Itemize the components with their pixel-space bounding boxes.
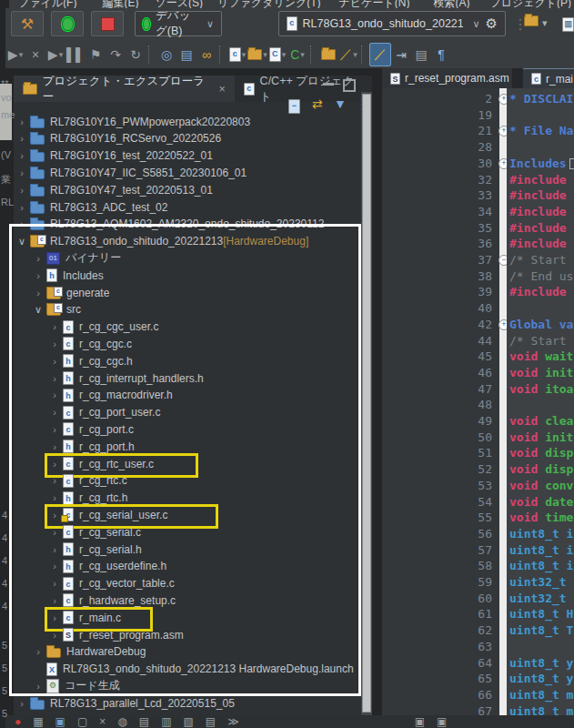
collapse-all-icon[interactable]: − <box>288 96 300 114</box>
minimized-view-icon[interactable]: ▥ <box>161 715 171 728</box>
new-class-icon[interactable]: C▾ <box>287 44 307 66</box>
tree-item[interactable]: ›cr_cg_vector_table.c <box>14 575 361 592</box>
minimized-view-icon[interactable]: ▤ <box>206 715 216 728</box>
minimized-view-icon[interactable]: ▤ <box>139 715 149 728</box>
launch-mode-dropdown[interactable]: デバッグ(B) ∨ <box>135 11 222 36</box>
tree-item[interactable]: ›cr_main.c <box>14 609 361 626</box>
collapsed-arrow-icon[interactable]: › <box>50 441 59 452</box>
collapsed-arrow-icon[interactable]: › <box>50 612 59 623</box>
tree-item[interactable]: ›hIncludes <box>14 267 361 284</box>
tab-r-main[interactable]: c r_mai <box>523 68 574 88</box>
collapsed-arrow-icon[interactable]: › <box>17 150 26 161</box>
collapsed-arrow-icon[interactable]: › <box>17 116 26 127</box>
terminate-relaunch-icon[interactable]: × <box>25 44 45 66</box>
link-with-editor-icon[interactable]: ⇄ <box>312 96 323 111</box>
collapsed-arrow-icon[interactable]: › <box>50 595 59 606</box>
build-button[interactable]: ⚒ <box>11 11 44 36</box>
minimized-view-icon[interactable]: ▧ <box>183 715 193 728</box>
tree-item[interactable]: ›hr_cg_cgc.h <box>14 352 361 369</box>
collapsed-arrow-icon[interactable]: › <box>50 407 59 418</box>
suspend-icon[interactable]: ▌▌ <box>65 44 86 66</box>
new-wizard-button[interactable]: ▾ <box>524 14 548 30</box>
tree-item[interactable]: ›cr_cg_cgc.c <box>14 335 361 352</box>
collapsed-arrow-icon[interactable]: › <box>50 373 59 384</box>
collapsed-arrow-icon[interactable]: › <box>17 698 26 709</box>
tree-item[interactable]: ›hr_cg_macrodriver.h <box>14 387 361 404</box>
collapsed-arrow-icon[interactable]: › <box>17 167 26 178</box>
tree-item[interactable]: ›hr_cg_serial.h <box>14 541 361 558</box>
collapsed-arrow-icon[interactable]: › <box>50 424 59 435</box>
new-c-file-icon[interactable]: c▾ <box>227 44 247 66</box>
collapsed-arrow-icon[interactable]: › <box>50 356 59 367</box>
tree-item[interactable]: ›hr_cg_port.h <box>14 438 361 455</box>
tree-item[interactable]: ›cr_cg_rtc_user.c <box>14 455 361 472</box>
collapsed-arrow-icon[interactable]: › <box>50 578 59 589</box>
collapsed-arrow-icon[interactable]: › <box>34 646 43 657</box>
maximize-icon[interactable] <box>343 79 356 92</box>
debug-button[interactable] <box>51 11 84 36</box>
tree-item[interactable]: ›cr_hardware_setup.c <box>14 592 361 609</box>
tree-item[interactable]: ∨cRL78G13_ondo_shitudo_20221213 [Hardwar… <box>14 233 361 250</box>
tree-item[interactable]: ›cr_cg_port.c <box>14 420 361 438</box>
tree-item[interactable]: ›cr_cg_rtc.c <box>14 472 361 490</box>
highlighter-icon[interactable]: ／ <box>369 43 391 66</box>
collapsed-arrow-icon[interactable]: › <box>17 133 26 144</box>
collapsed-arrow-icon[interactable]: › <box>34 253 43 264</box>
close-icon[interactable]: × <box>219 83 226 96</box>
tree-item[interactable]: ›RL78G10Y16_PWMpowerpack20220803 <box>14 113 361 130</box>
tree-item[interactable]: ∨csrc <box>14 301 361 318</box>
tree-item[interactable]: ›cgenerate <box>14 284 361 301</box>
collapsed-arrow-icon[interactable]: › <box>50 321 59 332</box>
minimized-view-icon[interactable]: ▣ <box>437 715 447 728</box>
tree-item[interactable]: ›hr_cg_rtc.h <box>14 490 361 507</box>
last-edit-icon[interactable]: ⇥ <box>391 44 411 66</box>
tree-item[interactable]: ›hr_cg_userdefine.h <box>14 558 361 575</box>
minimized-view-icon[interactable]: ▦ <box>33 715 43 728</box>
tree-item[interactable]: ›cr_cg_port_user.c <box>14 404 361 421</box>
collapsed-arrow-icon[interactable]: › <box>17 202 26 213</box>
filter-icon[interactable]: ▼ <box>334 96 347 111</box>
pilcrow-icon[interactable]: ¶ <box>431 44 451 66</box>
tree-item[interactable]: ›RL78G10Y16_test_20220522_01 <box>14 147 361 165</box>
collapsed-arrow-icon[interactable]: › <box>50 339 59 349</box>
tree-item[interactable]: ›cr_cg_cgc_user.c <box>14 318 361 336</box>
collapsed-arrow-icon[interactable]: › <box>50 492 59 503</box>
minimize-icon[interactable] <box>323 83 334 86</box>
save-button[interactable]: ▥ <box>562 14 574 32</box>
tree-item[interactable]: ›HardwareDebug <box>14 643 361 661</box>
new-c-source-icon[interactable]: C▾ <box>267 44 287 66</box>
tree-item[interactable]: ›01バイナリー <box>14 249 361 267</box>
gear-icon[interactable]: ⚙ <box>486 15 498 32</box>
tree-item[interactable]: ›⚙コード生成 <box>14 677 361 694</box>
tree-item[interactable]: ›RL78G10Y47_IIC_S5851_20230106_01 <box>14 164 361 181</box>
expanded-arrow-icon[interactable]: ∨ <box>34 304 43 316</box>
collapsed-arrow-icon[interactable]: › <box>17 185 26 196</box>
new-folder-icon[interactable]: ▾ <box>247 44 267 66</box>
menu-item[interactable]: リファクタリング(T) <box>217 0 321 8</box>
restart-icon[interactable]: ↻ <box>126 44 146 66</box>
menu-item[interactable]: ファイル(F) <box>18 0 76 8</box>
minimized-view-icon[interactable]: ● <box>15 715 21 728</box>
step-over-icon[interactable]: ↷ <box>106 44 126 66</box>
collapsed-arrow-icon[interactable]: › <box>34 270 43 281</box>
launch-config-dropdown[interactable]: c RL78G13_ondo_shitudo_20221213 I ∨ ⚙ <box>278 11 506 36</box>
tree-item[interactable]: ›hr_cg_interrupt_handlers.h <box>14 369 361 387</box>
step-return-icon[interactable]: ▶▾ <box>5 44 25 66</box>
tree-item[interactable]: ›RL78G10Y16_RCServo_20220526 <box>14 130 361 147</box>
tree-item[interactable]: ›RL78G13_ADC_test_02 <box>14 198 361 216</box>
open-element-icon[interactable]: ▤ <box>176 44 196 66</box>
tree-item[interactable]: ›RL78G13_parallel_Lcd_20220515_05 <box>14 694 361 712</box>
menu-item[interactable]: ナビゲート(N) <box>339 0 410 8</box>
tree-item[interactable]: ›RL78G13_AQM1602_AM2320_ondo_shitudo_202… <box>14 216 361 233</box>
menu-item[interactable]: 検索(A) <box>433 0 469 8</box>
menu-item[interactable]: プロジェクト(P) <box>489 0 571 8</box>
tree-item[interactable]: XRL78G13_ondo_shitudo_20221213 HardwareD… <box>14 661 361 678</box>
tree-item[interactable]: ›Sr_reset_program.asm <box>14 626 361 643</box>
menu-item[interactable]: 編集(E) <box>102 0 138 8</box>
collapsed-arrow-icon[interactable]: › <box>50 510 59 521</box>
collapsed-arrow-icon[interactable]: › <box>17 218 26 229</box>
collapsed-arrow-icon[interactable]: › <box>50 459 59 470</box>
collapsed-arrow-icon[interactable]: › <box>50 475 59 486</box>
minimized-view-icon[interactable]: ▢ <box>77 715 87 728</box>
minimized-view-icon[interactable]: × <box>99 715 106 728</box>
